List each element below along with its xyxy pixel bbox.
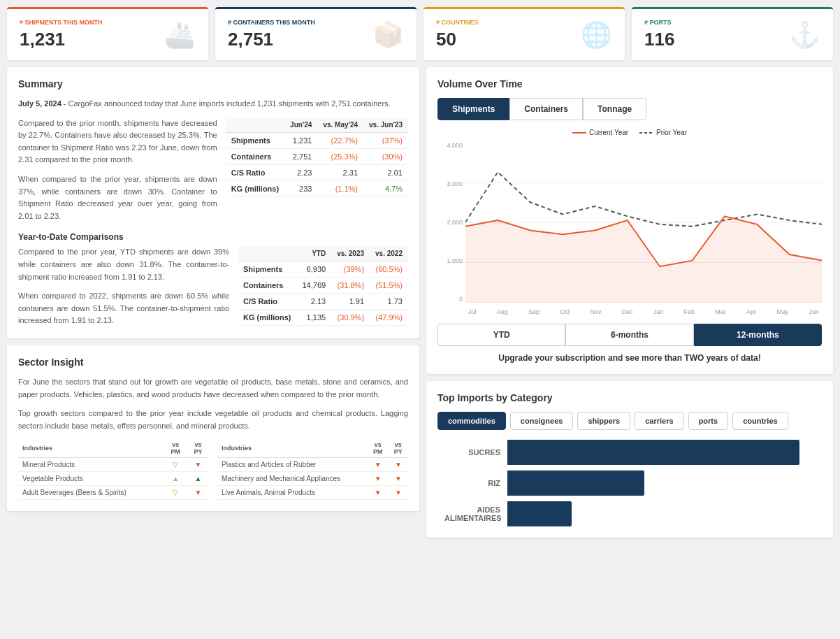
cat-countries[interactable]: countries <box>732 412 788 430</box>
ytd-col-2022: vs. 2022 <box>370 246 408 261</box>
table-cell: Shipments <box>226 132 284 148</box>
sector-para2: Top growth sectors compared to the prior… <box>18 408 408 432</box>
time-btn-12months[interactable]: 12-months <box>694 324 822 346</box>
bar-label: AIDES ALIMENTAIRES <box>444 505 500 522</box>
table-row: Plastics and Articles of Rubber▼▼ <box>217 458 408 472</box>
x-axis-label: Apr <box>746 308 756 315</box>
shipments-icon: 🚢 <box>164 20 196 50</box>
table-cell: 1,135 <box>296 310 331 326</box>
ytd-col-ytd: YTD <box>296 246 331 261</box>
top-imports-card: Top Imports by Category commodities cons… <box>426 381 833 538</box>
summary-intro-text: - CargoFax announced today that June imp… <box>61 99 391 108</box>
kpi-shipments-value: 1,231 <box>20 29 103 50</box>
summary-monthly-section: Compared to the prior month, shipments h… <box>18 117 408 223</box>
table-cell: 2.13 <box>296 294 331 310</box>
table-cell: (60.5%) <box>370 261 408 278</box>
legend-prior: Prior Year <box>639 129 687 136</box>
col-header-jun24: Jun'24 <box>284 117 317 133</box>
ytd-table-wrap: YTD vs. 2023 vs. 2022 Shipments6,930(39%… <box>238 246 408 326</box>
kpi-shipments-label: # SHIPMENTS THIS MONTH <box>20 19 103 26</box>
arrow-down-orange: ▽ <box>173 489 178 496</box>
arrow-down-red: ▼ <box>194 461 201 468</box>
chart-svg-area <box>465 142 822 303</box>
x-axis-label: Mar <box>715 308 726 315</box>
ind2-col-name: Industries <box>217 439 368 458</box>
cat-carriers[interactable]: carriers <box>635 412 683 430</box>
table-cell: (30.9%) <box>331 310 370 326</box>
arrow-down-red: ▼ <box>395 489 402 496</box>
x-axis-label: Aug <box>497 308 508 315</box>
table-row: Mineral Products▽▼ <box>18 458 209 472</box>
time-btn-6months[interactable]: 6-months <box>565 324 693 346</box>
cat-shippers[interactable]: shippers <box>577 412 630 430</box>
x-axis-label: Dec <box>622 308 633 315</box>
x-axis-label: Jul <box>468 308 477 315</box>
industries-table1-wrap: Industries vsPM vsPY Mineral Products▽▼V… <box>18 439 209 500</box>
summary-title: Summary <box>18 78 408 89</box>
arrow-down-red: ▼ <box>375 461 382 468</box>
countries-icon: 🌐 <box>581 20 612 50</box>
ytd-content: Compared to the prior year, YTD shipment… <box>18 246 408 327</box>
ports-icon: ⚓ <box>789 20 820 50</box>
col-header-jun23: vs. Jun'23 <box>363 117 408 133</box>
containers-icon: 📦 <box>372 20 404 50</box>
time-btn-ytd[interactable]: YTD <box>437 324 565 346</box>
top-imports-title: Top Imports by Category <box>437 392 822 403</box>
tab-containers[interactable]: Containers <box>509 98 583 120</box>
cat-consignees[interactable]: consignees <box>510 412 574 430</box>
sector-title: Sector Insight <box>18 357 408 368</box>
bar-outer <box>507 471 815 496</box>
table-cell: Containers <box>226 148 284 164</box>
tab-tonnage[interactable]: Tonnage <box>583 98 646 120</box>
table-cell: 1.91 <box>331 294 370 310</box>
x-axis-label: May <box>776 308 788 315</box>
table-row: Live Animals, Animal Products▼▼ <box>217 486 408 500</box>
line-chart-svg <box>465 142 822 303</box>
bar-fill <box>507 471 644 496</box>
arrow-up-green: ▲ <box>194 475 201 482</box>
svg-marker-6 <box>465 216 822 303</box>
right-column: Volume Over Time Shipments Containers To… <box>426 67 833 538</box>
arrow-down-red: ▼ <box>395 475 402 482</box>
industries-row: Industries vsPM vsPY Mineral Products▽▼V… <box>18 439 408 500</box>
table-cell: (47.9%) <box>370 310 408 326</box>
bar-chart: SUCRESRIZAIDES ALIMENTAIRES <box>437 440 822 526</box>
main-content: Summary July 5, 2024 - CargoFax announce… <box>7 67 833 538</box>
tab-shipments[interactable]: Shipments <box>437 98 509 120</box>
table-cell: (25.3%) <box>317 148 363 164</box>
table-cell: (22.7%) <box>317 132 363 148</box>
bar-outer <box>507 440 815 465</box>
table-row: Machinery and Mechanical Appliances▼▼ <box>217 472 408 486</box>
kpi-row: # SHIPMENTS THIS MONTH 1,231 🚢 # CONTAIN… <box>7 7 833 60</box>
kpi-countries-label: # COUNTRIES <box>436 19 479 26</box>
x-axis: JulAugSepOctNovDecJanFebMarAprMayJun <box>465 307 822 317</box>
bar-row: AIDES ALIMENTAIRES <box>444 501 815 526</box>
cat-ports[interactable]: ports <box>688 412 729 430</box>
table-cell: 2.01 <box>363 164 408 180</box>
table-cell: KG (millions) <box>226 180 284 196</box>
x-axis-label: Jun <box>809 308 819 315</box>
cat-commodities[interactable]: commodities <box>437 412 506 430</box>
table-row: Vegetable Products▲▲ <box>18 472 209 486</box>
table-cell: Containers <box>238 278 296 294</box>
arrow-down-orange: ▽ <box>173 461 178 468</box>
table-cell: (51.5%) <box>370 278 408 294</box>
chart-area: 4,000 3,000 2,000 1,000 0 <box>437 142 822 317</box>
kpi-countries-value: 50 <box>436 29 479 50</box>
x-axis-label: Oct <box>560 308 570 315</box>
table-row: Adult Beverages (Beers & Spirits)▽▼ <box>18 486 209 500</box>
ytd-paras: Compared to the prior year, YTD shipment… <box>18 246 229 327</box>
monthly-table: Jun'24 vs. May'24 vs. Jun'23 Shipments1,… <box>226 117 408 197</box>
kpi-containers: # CONTAINERS THIS MONTH 2,751 📦 <box>215 7 417 60</box>
bar-label: SUCRES <box>444 448 500 457</box>
arrow-up-gray: ▲ <box>172 475 179 482</box>
chart-container: 4,000 3,000 2,000 1,000 0 <box>437 142 822 317</box>
category-tabs: commodities consignees shippers carriers… <box>437 412 822 430</box>
table-cell: 233 <box>284 180 317 196</box>
sector-card: Sector Insight For June the sectors that… <box>7 345 419 511</box>
volume-tabs: Shipments Containers Tonnage <box>437 98 822 120</box>
bar-row: SUCRES <box>444 440 815 465</box>
table-cell: 4.7% <box>363 180 408 196</box>
table-cell: (31.8%) <box>331 278 370 294</box>
x-axis-label: Jan <box>653 308 664 315</box>
